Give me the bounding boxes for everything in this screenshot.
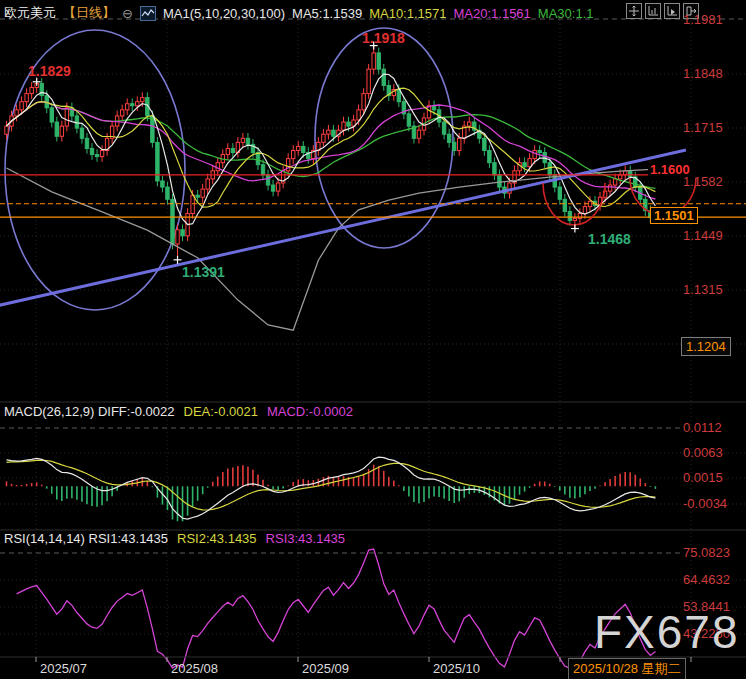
price-axis-label: 1.1315 (683, 282, 723, 297)
ma5-value: MA5:1.1539 (292, 6, 362, 21)
macd-hist-value: MACD:-0.0002 (267, 404, 353, 419)
move-crosshair-button[interactable] (626, 3, 642, 19)
current-price-label: 1.1501 (650, 207, 698, 224)
rsi-panel-header: RSI(14,14,14) RSI1:43.1435 RSI2:43.1435 … (4, 531, 345, 546)
x-axis-label: 2025/10 (433, 661, 480, 676)
period-tag[interactable]: 【日线】 (63, 4, 115, 22)
swing-high-label-2: 1.1918 (362, 30, 405, 46)
pane-axes-button[interactable] (645, 3, 661, 19)
rsi2-value: RSI2:43.1435 (177, 531, 257, 546)
rsi-title: RSI(14,14,14) RSI1:43.1435 (4, 531, 168, 546)
chart-canvas[interactable] (0, 0, 746, 679)
forex-chart-window: 欧元美元 【日线】 ⊖ MA1(5,10,20,30,100) MA5:1.15… (0, 0, 746, 679)
price-axis-label: 1.1449 (683, 228, 723, 243)
price-axis-label: 1.1848 (683, 66, 723, 81)
price-axis-label: 1.1981 (683, 12, 723, 27)
swing-low-label-2: 1.1468 (588, 231, 631, 247)
macd-panel-header: MACD(26,12,9) DIFF:-0.0022 DEA:-0.0021 M… (4, 404, 353, 419)
chart-type-icon[interactable] (140, 6, 156, 21)
x-axis-label: 2025/08 (171, 661, 218, 676)
ma-settings-label: MA1(5,10,20,30,100) (163, 6, 285, 21)
macd-axis-label: 0.0112 (683, 420, 722, 435)
x-axis-label: 2025/09 (302, 661, 349, 676)
rsi-axis-label: 64.4632 (683, 572, 730, 587)
selected-date-label[interactable]: 2025/10/28 星期二 (568, 658, 686, 679)
chart-header: 欧元美元 【日线】 ⊖ MA1(5,10,20,30,100) MA5:1.15… (4, 4, 594, 22)
swing-low-label-1: 1.1391 (182, 264, 225, 280)
ma10-value: MA10:1.1571 (369, 6, 446, 21)
rsi-axis-label: 75.0823 (683, 545, 730, 560)
ma30-value: MA30:1.1 (538, 6, 594, 21)
macd-axis-label: 0.0063 (683, 445, 723, 460)
macd-axis-label: -0.0034 (683, 496, 727, 511)
site-watermark: FX678 (594, 605, 740, 659)
macd-title: MACD(26,12,9) DIFF:-0.0022 (4, 404, 175, 419)
pane-play-button[interactable] (664, 3, 680, 19)
price-axis-label: 1.1715 (683, 120, 723, 135)
symbol-title: 欧元美元 (4, 4, 56, 22)
x-axis-label: 2025/07 (40, 661, 87, 676)
rsi3-value: RSI3:43.1435 (266, 531, 346, 546)
macd-dea-value: DEA:-0.0021 (184, 404, 258, 419)
alert-low-price-label[interactable]: 1.1204 (681, 337, 731, 356)
collapse-icon[interactable]: ⊖ (122, 6, 133, 21)
resistance-level-label[interactable]: 1.1600 (648, 162, 692, 177)
macd-axis-label: 0.0015 (683, 470, 723, 485)
swing-high-label-1: 1.1829 (28, 63, 71, 79)
ma20-value: MA20:1.1561 (454, 6, 531, 21)
